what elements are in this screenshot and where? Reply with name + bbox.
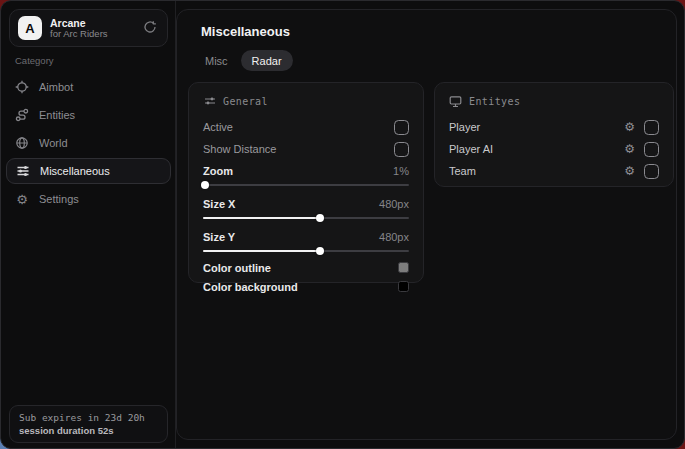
monitor-icon	[449, 95, 462, 108]
slider-thumb[interactable]	[316, 247, 324, 255]
subscription-card: Sub expires in 23d 20h session duration …	[9, 405, 168, 443]
show-distance-checkbox[interactable]	[394, 142, 409, 157]
refresh-icon[interactable]	[143, 20, 159, 36]
crosshair-icon	[15, 80, 29, 94]
size-x-row: Size X 480px	[203, 195, 409, 213]
sidebar-item-entities[interactable]: Entities	[1, 101, 176, 129]
slider-thumb[interactable]	[201, 181, 209, 189]
team-gear-icon[interactable]: ⚙	[624, 165, 635, 177]
team-checkbox[interactable]	[644, 164, 659, 179]
tab-radar[interactable]: Radar	[241, 50, 293, 71]
globe-icon	[15, 136, 29, 150]
size-x-label: Size X	[203, 198, 235, 210]
player-checkbox[interactable]	[644, 120, 659, 135]
sidebar: A Arcane for Arc Riders Category	[1, 1, 176, 448]
slider-fill	[203, 217, 320, 219]
color-background-swatch[interactable]	[398, 281, 409, 292]
player-ai-label: Player AI	[449, 143, 624, 155]
size-y-row: Size Y 480px	[203, 228, 409, 246]
color-background-row: Color background	[203, 277, 409, 296]
slider-track	[203, 184, 409, 186]
subscription-expires: Sub expires in 23d 20h	[19, 412, 158, 423]
general-panel-title: General	[223, 96, 268, 107]
zoom-label: Zoom	[203, 165, 233, 177]
size-y-slider[interactable]	[203, 246, 409, 256]
tab-misc[interactable]: Misc	[194, 50, 239, 71]
sidebar-item-label: Entities	[39, 109, 75, 121]
general-panel: General Active Show Distance Zoom 1%	[188, 82, 424, 283]
sidebar-nav: Aimbot Entities	[1, 73, 176, 213]
tab-bar: Misc Radar	[194, 50, 293, 71]
size-y-label: Size Y	[203, 231, 235, 243]
slider-thumb[interactable]	[316, 214, 324, 222]
color-outline-row: Color outline	[203, 258, 409, 277]
show-distance-row: Show Distance	[203, 138, 409, 160]
sidebar-item-label: Settings	[39, 193, 79, 205]
color-outline-swatch[interactable]	[398, 262, 409, 273]
screen: A Arcane for Arc Riders Category	[0, 0, 685, 449]
team-label: Team	[449, 165, 624, 177]
gear-icon: ⚙	[15, 192, 29, 206]
category-label: Category	[15, 55, 54, 66]
app-logo: A	[18, 16, 42, 40]
size-x-value: 480px	[379, 198, 409, 210]
zoom-row: Zoom 1%	[203, 162, 409, 180]
main-content: Miscellaneous Misc Radar General	[176, 9, 677, 440]
page-title: Miscellaneous	[201, 24, 290, 39]
color-background-label: Color background	[203, 281, 298, 293]
sidebar-item-label: Aimbot	[39, 81, 73, 93]
color-outline-label: Color outline	[203, 262, 271, 274]
entities-panel-header: Entityes	[449, 93, 659, 109]
player-ai-gear-icon[interactable]: ⚙	[624, 143, 635, 155]
app-subtitle: for Arc Riders	[50, 29, 143, 40]
player-gear-icon[interactable]: ⚙	[624, 121, 635, 133]
general-panel-header: General	[203, 93, 409, 109]
size-x-slider[interactable]	[203, 213, 409, 223]
sidebar-item-label: Miscellaneous	[40, 165, 110, 177]
settings-sliders-icon	[203, 95, 216, 108]
slider-fill	[203, 250, 320, 252]
entities-panel: Entityes Player ⚙ Player AI ⚙ Team ⚙	[434, 82, 674, 187]
show-distance-label: Show Distance	[203, 143, 276, 155]
sliders-icon	[16, 164, 30, 178]
sidebar-item-aimbot[interactable]: Aimbot	[1, 73, 176, 101]
entity-row-player-ai: Player AI ⚙	[449, 138, 659, 160]
route-icon	[15, 108, 29, 122]
session-duration: session duration 52s	[19, 425, 158, 436]
entities-panel-title: Entityes	[469, 96, 520, 107]
sidebar-item-settings[interactable]: ⚙ Settings	[1, 185, 176, 213]
zoom-slider[interactable]	[203, 180, 409, 190]
sidebar-item-world[interactable]: World	[1, 129, 176, 157]
app-names: Arcane for Arc Riders	[50, 17, 143, 40]
active-checkbox[interactable]	[394, 120, 409, 135]
active-row: Active	[203, 116, 409, 138]
player-ai-checkbox[interactable]	[644, 142, 659, 157]
zoom-value: 1%	[393, 165, 409, 177]
player-label: Player	[449, 121, 624, 133]
app-logo-letter: A	[25, 21, 34, 36]
entity-row-team: Team ⚙	[449, 160, 659, 182]
sidebar-item-label: World	[39, 137, 68, 149]
app-window: A Arcane for Arc Riders Category	[0, 0, 685, 449]
app-title: Arcane	[50, 17, 143, 29]
active-label: Active	[203, 121, 233, 133]
sidebar-item-miscellaneous[interactable]: Miscellaneous	[6, 158, 171, 184]
size-y-value: 480px	[379, 231, 409, 243]
entity-row-player: Player ⚙	[449, 116, 659, 138]
app-header-card: A Arcane for Arc Riders	[9, 9, 168, 47]
